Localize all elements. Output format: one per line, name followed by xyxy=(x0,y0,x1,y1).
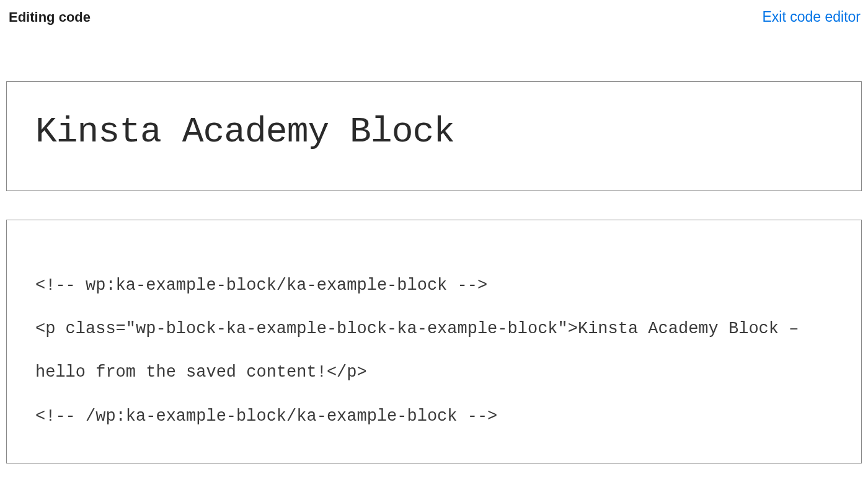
post-code-input-box[interactable]: <!-- wp:ka-example-block/ka-example-bloc… xyxy=(6,220,862,463)
editor-topbar: Editing code Exit code editor xyxy=(6,9,862,25)
post-title-text: Kinsta Academy Block xyxy=(35,112,833,152)
post-code-text: <!-- wp:ka-example-block/ka-example-bloc… xyxy=(35,264,833,438)
editing-status-label: Editing code xyxy=(9,9,91,25)
post-title-input-box[interactable]: Kinsta Academy Block xyxy=(6,81,862,191)
exit-code-editor-link[interactable]: Exit code editor xyxy=(762,9,861,25)
